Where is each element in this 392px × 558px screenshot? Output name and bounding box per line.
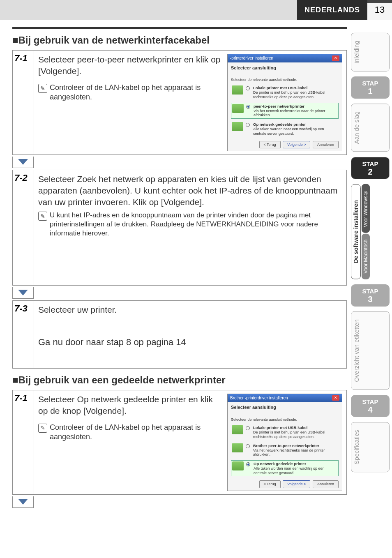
tab-aan-de-slag[interactable]: Aan de slag	[351, 104, 390, 152]
step-number: 7-2	[13, 170, 34, 285]
close-icon: ✕	[332, 55, 339, 61]
radio-icon	[246, 86, 250, 90]
tab-windows: Voor Windows®	[362, 184, 370, 233]
dialog-screenshot-1: -printerdriver installeren ✕ Selecteer a…	[227, 54, 342, 151]
step-text: Selecteer Zoek het netwerk op apparaten …	[38, 173, 342, 208]
printer-icon	[232, 85, 243, 95]
tab-software-installeren[interactable]: De software installeren Voor Windows® Vo…	[351, 184, 390, 279]
dialog-screenshot-2: Brother -printerdriver installeren ✕ Sel…	[227, 394, 342, 491]
step-text: Selecteer uw printer.	[38, 304, 342, 316]
cancel-button[interactable]: Annuleren	[313, 480, 339, 488]
radio-icon	[246, 444, 250, 448]
step-note: Controleer of de LAN-kabel op het appara…	[50, 83, 223, 102]
tab-stap-1[interactable]: STAP1	[351, 76, 390, 99]
step-7-3: 7-3 Selecteer uw printer. Ga nu door naa…	[12, 300, 347, 369]
dialog-subtext: Selecteer de relevante aansluitmethode.	[231, 417, 339, 422]
dialog-title: -printerdriver installeren	[230, 55, 273, 61]
language-label: NEDERLANDS	[297, 0, 367, 20]
dialog-title: Brother -printerdriver installeren	[230, 395, 288, 401]
step-text: Selecteer Op netwerk gedeelde printer en…	[38, 394, 223, 417]
down-arrow-icon	[12, 287, 34, 299]
radio-icon	[246, 426, 250, 430]
step-text: Selecteer peer-to-peer netwerkprinter en…	[38, 54, 223, 77]
close-icon: ✕	[332, 395, 339, 401]
tab-macintosh: Voor Macintosh	[362, 234, 370, 279]
note-icon: ✎	[38, 212, 47, 221]
tab-stap-3[interactable]: STAP3	[351, 284, 390, 307]
dialog-subtext: Selecteer de relevante aansluitmethode.	[231, 77, 339, 82]
tab-etiketten[interactable]: Overzicht van etiketten	[351, 311, 390, 390]
side-nav-tabs: Inleiding STAP1 Aan de slag STAP2 De sof…	[351, 33, 390, 472]
step-number: 7-3	[13, 301, 34, 368]
cancel-button[interactable]: Annuleren	[313, 141, 339, 148]
down-arrow-icon	[12, 496, 34, 508]
radio-selected-icon	[246, 105, 250, 109]
printer-icon	[232, 425, 243, 434]
section-heading-network-cable: ■Bij gebruik van de netwerkinterfacekabe…	[12, 35, 347, 46]
back-button[interactable]: < Terug	[259, 480, 281, 488]
dialog-heading: Selecteer aansluiting	[231, 65, 339, 71]
step-note: Controleer of de LAN-kabel op het appara…	[50, 423, 223, 442]
back-button[interactable]: < Terug	[259, 141, 281, 148]
step-7-1: 7-1 Selecteer peer-to-peer netwerkprinte…	[12, 50, 347, 155]
printer-icon	[232, 122, 243, 131]
tab-stap-4[interactable]: STAP4	[351, 395, 390, 417]
radio-icon	[246, 123, 250, 127]
step-note: U kunt het IP-adres en de knooppuntnaam …	[50, 211, 342, 238]
printer-icon	[232, 461, 244, 470]
section-heading-shared-printer: ■Bij gebruik van een gedeelde netwerkpri…	[12, 374, 347, 386]
dialog-heading: Selecteer aansluiting	[231, 404, 339, 410]
tab-stap-2[interactable]: STAP2	[351, 157, 390, 180]
step-7-1-shared: 7-1 Selecteer Op netwerk gedeelde printe…	[12, 390, 347, 495]
next-button[interactable]: Volgende >	[283, 480, 310, 488]
step-number: 7-1	[13, 390, 34, 494]
down-arrow-icon	[12, 157, 34, 168]
step-number: 7-1	[13, 51, 34, 154]
page-header: NEDERLANDS 13	[0, 0, 392, 20]
step-7-2: 7-2 Selecteer Zoek het netwerk op appara…	[12, 170, 347, 286]
note-icon: ✎	[38, 424, 47, 433]
note-icon: ✎	[38, 84, 47, 93]
printer-icon	[232, 104, 244, 113]
next-button[interactable]: Volgende >	[283, 141, 310, 148]
printer-icon	[232, 443, 243, 452]
radio-selected-icon	[246, 462, 250, 466]
goto-text: Ga nu door naar stap 8 op pagina 14	[38, 336, 342, 348]
tab-inleiding[interactable]: Inleiding	[351, 33, 390, 71]
tab-specificaties[interactable]: Specificaties	[351, 422, 390, 472]
